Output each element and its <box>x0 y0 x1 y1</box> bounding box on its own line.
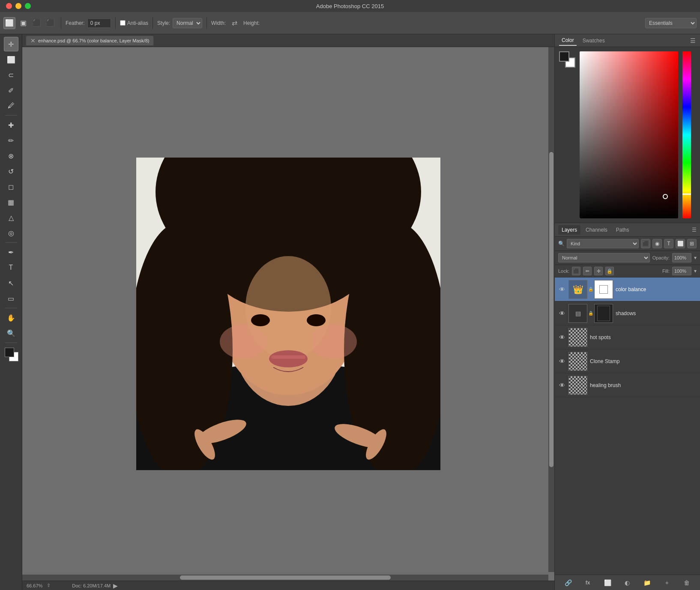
maximize-button[interactable] <box>25 3 31 9</box>
filter-smartobject-btn[interactable]: ⊞ <box>687 239 697 248</box>
toolbar-selection-tools: ⬜ ▣ ⬛ ⬛ <box>3 17 57 29</box>
toolbar-btn-3[interactable]: ⬛ <box>45 17 57 29</box>
blend-mode-select[interactable]: Normal <box>558 253 650 262</box>
eraser-tool[interactable]: ◻ <box>4 179 18 194</box>
hue-slider[interactable] <box>682 51 691 218</box>
layer-thumb-pair-clone-stamp <box>568 352 587 371</box>
layer-mask-thumb-color-balance <box>594 280 613 299</box>
color-swatch-area[interactable] <box>4 347 18 361</box>
doc-size: Doc: 6.20M/17.4M <box>72 583 111 588</box>
right-panel: Color Swatches ☰ <box>554 34 700 590</box>
close-button[interactable] <box>6 3 12 9</box>
layer-item-shadows[interactable]: 👁 ▤ 🔒 shadows <box>555 301 700 325</box>
hand-tool[interactable]: ✋ <box>4 310 18 325</box>
playback-controls: Doc: 6.20M/17.4M ▶ <box>72 582 118 589</box>
fg-bg-swatches[interactable] <box>559 51 575 68</box>
brush-tool[interactable]: ✏ <box>4 133 18 148</box>
layer-mask-thumb-shadows <box>594 304 613 323</box>
foreground-swatch[interactable] <box>559 51 569 62</box>
layer-lock-icon-shadows: 🔒 <box>588 311 593 316</box>
type-tool[interactable]: T <box>4 260 18 275</box>
layer-style-btn[interactable]: fx <box>583 578 592 587</box>
layer-item-healing-brush[interactable]: 👁 healing brush <box>555 373 700 397</box>
link-layers-btn[interactable]: 🔗 <box>563 578 573 587</box>
color-panel-menu-icon[interactable]: ☰ <box>690 37 696 44</box>
layer-visibility-icon-clone-stamp[interactable]: 👁 <box>558 358 566 365</box>
canvas-scrollbar-thumb-v[interactable] <box>549 152 553 467</box>
path-tool[interactable]: ↖ <box>4 276 18 290</box>
toolbar-btn-1[interactable]: ▣ <box>17 17 29 29</box>
window-controls[interactable] <box>6 3 31 9</box>
dodge-tool[interactable]: ◎ <box>4 226 18 240</box>
add-mask-btn[interactable]: ⬜ <box>603 578 612 587</box>
filter-adjustment-btn[interactable]: ◉ <box>652 239 662 248</box>
layer-name-clone-stamp: Clone Stamp <box>590 358 697 364</box>
play-btn[interactable]: ▶ <box>113 582 118 589</box>
canvas-tab[interactable]: ✕ enhance.psd @ 66.7% (color balance, La… <box>26 36 154 45</box>
create-adjustment-btn[interactable]: ◐ <box>622 578 632 587</box>
marquee-tool[interactable]: ⬜ <box>4 52 18 67</box>
stamp-tool[interactable]: ⊗ <box>4 149 18 163</box>
lock-paint-btn[interactable]: ✏ <box>583 267 592 275</box>
layer-thumb-healing-brush <box>568 376 587 395</box>
color-tab[interactable]: Color <box>559 36 577 46</box>
lock-transparent-btn[interactable]: ⬛ <box>572 267 580 275</box>
canvas-scrollbar-horizontal[interactable] <box>22 575 548 581</box>
layer-filter-select[interactable]: Kind <box>567 239 639 248</box>
eyedropper-tool[interactable]: 🖉 <box>4 98 18 113</box>
antialias-checkbox[interactable] <box>120 20 126 26</box>
search-icon: 🔍 <box>558 241 565 247</box>
history-brush-tool[interactable]: ↺ <box>4 164 18 179</box>
layers-tab[interactable]: Layers <box>558 225 580 235</box>
toolbar-btn-2[interactable]: ⬛ <box>31 17 43 29</box>
lock-position-btn[interactable]: ✛ <box>594 267 603 275</box>
channels-tab[interactable]: Channels <box>582 225 611 235</box>
opacity-input[interactable] <box>672 253 691 262</box>
color-gradient-picker[interactable] <box>580 51 678 218</box>
foreground-color-swatch[interactable] <box>5 348 14 357</box>
layer-visibility-icon-color-balance[interactable]: 👁 <box>558 286 566 293</box>
gradient-tool[interactable]: ▦ <box>4 195 18 209</box>
lasso-tool[interactable]: ⊂ <box>4 68 18 82</box>
style-select[interactable]: Normal <box>173 18 202 28</box>
layers-panel-menu-icon[interactable]: ☰ <box>692 227 697 233</box>
workspace-select[interactable]: Essentials Design Painting <box>645 18 697 28</box>
layer-item-color-balance[interactable]: 👁 👑 🔒 color balance <box>555 277 700 301</box>
layer-visibility-icon-healing-brush[interactable]: 👁 <box>558 381 566 389</box>
filter-type-btn[interactable]: T <box>664 239 673 248</box>
create-group-btn[interactable]: 📁 <box>643 578 652 587</box>
layer-visibility-icon-hot-spots[interactable]: 👁 <box>558 334 566 341</box>
layers-panel: Layers Channels Paths ☰ 🔍 Kind ⬛ ◉ T ⬜ ⊞ <box>555 223 700 590</box>
fill-arrow-icon: ▾ <box>694 268 697 274</box>
tab-close-btn[interactable]: ✕ <box>30 38 36 44</box>
blur-tool[interactable]: △ <box>4 210 18 225</box>
feather-input[interactable] <box>87 18 111 28</box>
layer-lock-icon-color-balance: 🔒 <box>588 287 593 292</box>
main-toolbar: ⬜ ▣ ⬛ ⬛ Feather: Anti-alias Style: Norma… <box>0 12 700 34</box>
shape-tool[interactable]: ▭ <box>4 291 18 306</box>
marquee-tool-btn[interactable]: ⬜ <box>3 17 15 29</box>
swatches-tab[interactable]: Swatches <box>580 36 607 45</box>
layer-adjustment-icon-color-balance: 👑 <box>568 280 587 299</box>
antialias-label: Anti-alias <box>127 20 148 26</box>
layer-item-hot-spots[interactable]: 👁 hot spots <box>555 325 700 349</box>
delete-layer-btn[interactable]: 🗑 <box>682 578 691 587</box>
minimize-button[interactable] <box>15 3 21 9</box>
layer-item-clone-stamp[interactable]: 👁 Clone Stamp <box>555 349 700 373</box>
healing-tool[interactable]: ✚ <box>4 118 18 132</box>
paths-tab[interactable]: Paths <box>613 225 633 235</box>
move-tool[interactable]: ✛ <box>4 37 18 51</box>
fill-input[interactable] <box>672 267 691 275</box>
color-panel-header: Color Swatches ☰ <box>555 34 700 47</box>
canvas-scrollbar-thumb-h[interactable] <box>180 575 390 580</box>
zoom-tool[interactable]: 🔍 <box>4 326 18 340</box>
filter-pixel-btn[interactable]: ⬛ <box>641 239 650 248</box>
crop-tool[interactable]: ✐ <box>4 83 18 98</box>
canvas-tab-title: enhance.psd @ 66.7% (color balance, Laye… <box>38 38 149 43</box>
lock-all-btn[interactable]: 🔒 <box>605 267 614 275</box>
layer-visibility-icon-shadows[interactable]: 👁 <box>558 310 566 317</box>
pen-tool[interactable]: ✒ <box>4 245 18 259</box>
filter-shape-btn[interactable]: ⬜ <box>676 239 685 248</box>
canvas-scrollbar-vertical[interactable] <box>548 47 554 572</box>
create-layer-btn[interactable]: + <box>662 578 672 587</box>
